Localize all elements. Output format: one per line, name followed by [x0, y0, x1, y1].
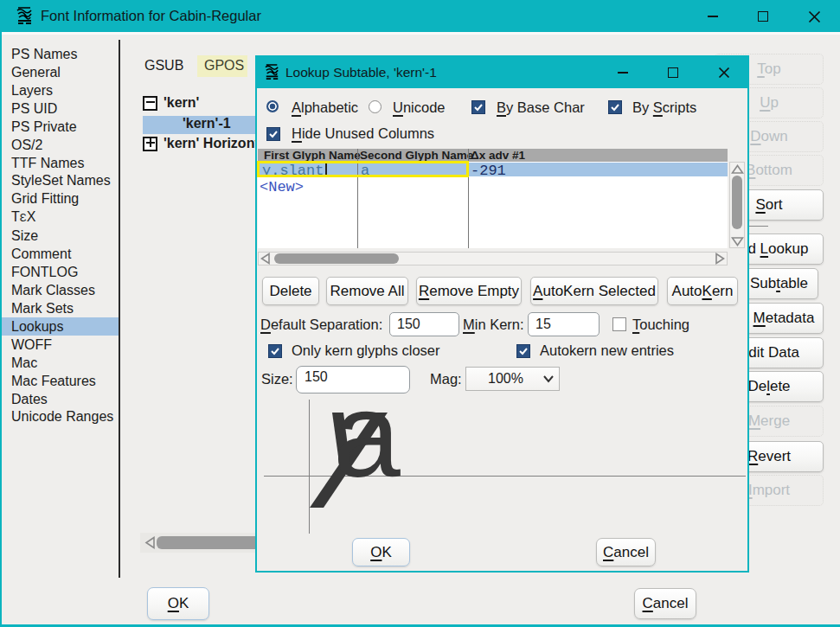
svg-text:a: a — [333, 389, 401, 502]
